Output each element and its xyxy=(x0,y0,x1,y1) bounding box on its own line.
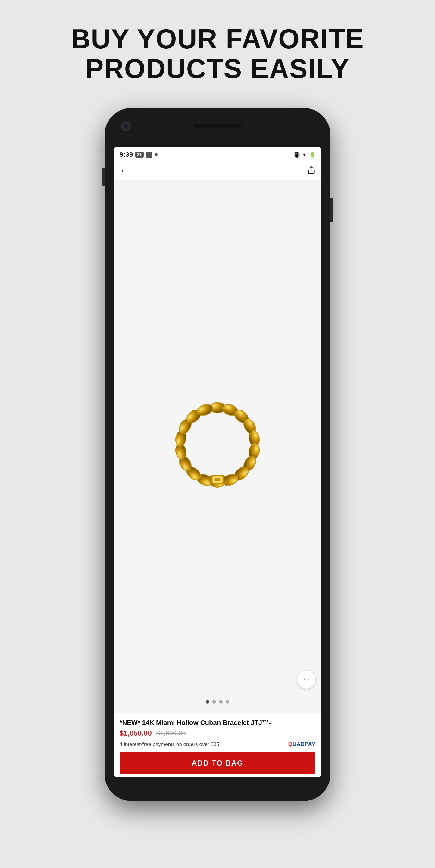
power-button xyxy=(331,198,333,222)
status-square xyxy=(146,152,152,158)
phone-screen: 9:39 31 📳 ▾ 🔋 ← xyxy=(113,147,322,777)
nav-bar: ← xyxy=(113,162,322,180)
product-image-area: ♡ xyxy=(113,180,322,713)
favorite-button[interactable]: ♡ xyxy=(297,671,315,689)
product-image xyxy=(160,389,275,504)
status-bar: 9:39 31 📳 ▾ 🔋 xyxy=(113,147,322,162)
status-badge: 31 xyxy=(135,152,144,158)
svg-rect-39 xyxy=(215,478,221,481)
heart-icon: ♡ xyxy=(303,675,310,684)
quadpay-rest: UADPAY xyxy=(293,741,315,747)
status-time: 9:39 xyxy=(120,151,133,158)
phone-camera xyxy=(121,121,131,131)
share-button[interactable] xyxy=(307,166,315,176)
page-title: BUY YOUR FAVORITE PRODUCTS EASILY xyxy=(71,24,364,84)
dot-4[interactable] xyxy=(226,700,229,704)
quadpay-q: Q xyxy=(288,741,293,747)
original-price: $1,600.00 xyxy=(156,730,186,737)
back-button[interactable]: ← xyxy=(120,166,128,176)
page-header: BUY YOUR FAVORITE PRODUCTS EASILY xyxy=(71,24,364,84)
side-tab xyxy=(321,340,322,364)
battery-icon: 🔋 xyxy=(309,151,315,158)
sale-price: $1,050.00 xyxy=(120,729,152,738)
payment-text: 4 interest-free payments on orders over … xyxy=(120,741,219,747)
phone-speaker xyxy=(193,124,242,128)
image-dots xyxy=(206,700,229,704)
payment-row: 4 interest-free payments on orders over … xyxy=(120,741,315,747)
dot-1[interactable] xyxy=(206,700,209,704)
price-row: $1,050.00 $1,600.00 xyxy=(120,729,315,738)
phone-device: 9:39 31 📳 ▾ 🔋 ← xyxy=(104,108,331,801)
product-name: *NEW* 14K Miami Hollow Cuban Bracelet JT… xyxy=(120,719,315,727)
status-dot xyxy=(155,153,158,156)
vibrate-icon: 📳 xyxy=(293,151,300,158)
volume-button xyxy=(102,168,104,186)
product-info: *NEW* 14K Miami Hollow Cuban Bracelet JT… xyxy=(113,713,322,777)
dot-3[interactable] xyxy=(219,700,223,704)
quadpay-logo: QUADPAY xyxy=(288,741,315,747)
dot-2[interactable] xyxy=(212,700,216,704)
status-left: 9:39 31 xyxy=(120,151,158,158)
status-icons: 📳 ▾ 🔋 xyxy=(293,151,315,158)
add-to-bag-button[interactable]: ADD TO BAG xyxy=(120,752,315,774)
wifi-icon: ▾ xyxy=(303,151,306,158)
